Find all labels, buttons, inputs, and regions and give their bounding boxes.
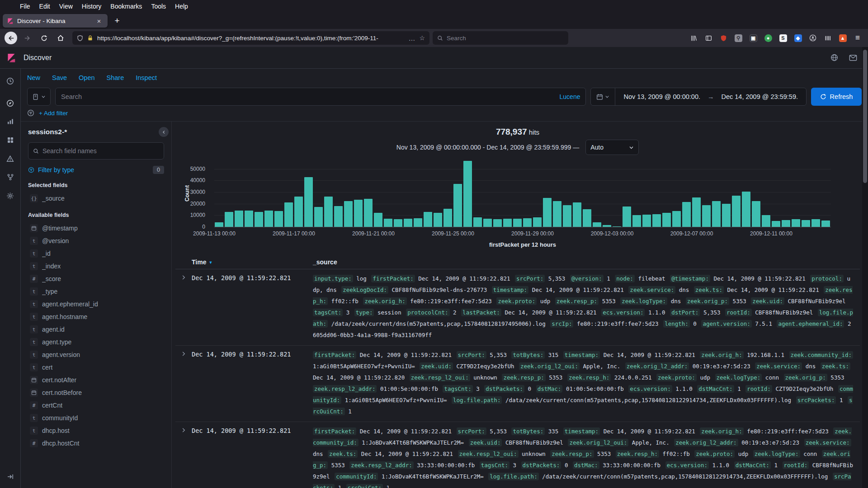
histogram-bar[interactable] (632, 215, 641, 227)
dashboard-icon[interactable] (4, 133, 17, 147)
library-icon[interactable] (689, 33, 698, 43)
histogram-bar[interactable] (583, 209, 591, 227)
histogram-bar[interactable] (414, 218, 422, 227)
field-search[interactable] (28, 142, 164, 160)
mail-icon[interactable] (849, 54, 857, 61)
histogram-bar[interactable] (603, 225, 611, 227)
histogram-bar[interactable] (384, 219, 392, 227)
histogram-bar[interactable] (692, 197, 701, 227)
histogram-bar[interactable] (712, 201, 721, 227)
page-scrollbar[interactable] (862, 47, 868, 488)
histogram-bar[interactable] (255, 212, 263, 227)
tab-close-icon[interactable]: × (94, 16, 104, 25)
menu-help[interactable]: Help (170, 1, 193, 11)
tracking-shield-icon[interactable] (77, 35, 83, 42)
histogram-bar[interactable] (493, 219, 502, 227)
histogram-bar[interactable] (463, 161, 472, 227)
nav-link-new[interactable]: New (27, 74, 40, 81)
browser-search[interactable] (433, 31, 568, 45)
histogram-bar[interactable] (453, 184, 462, 227)
histogram-bar[interactable] (662, 213, 671, 227)
histogram-bar[interactable] (245, 211, 253, 227)
field-item[interactable]: tdhcp.host (28, 424, 164, 437)
extension-orange-icon[interactable]: ▲ (838, 33, 848, 43)
saved-query-menu-button[interactable] (27, 88, 51, 106)
help-icon[interactable] (830, 54, 838, 61)
alerts-icon[interactable] (4, 152, 17, 165)
extension-puzzle-icon[interactable]: ⚲ (733, 33, 743, 43)
histogram-bar[interactable] (642, 215, 651, 227)
histogram-bar[interactable] (304, 177, 313, 227)
back-button[interactable] (5, 32, 17, 44)
time-range-start[interactable]: Nov 13, 2009 @ 00:00:00. (623, 93, 700, 100)
histogram-bar[interactable] (264, 211, 273, 227)
nav-link-share[interactable]: Share (107, 74, 124, 81)
sidebar-toggle-icon[interactable] (703, 33, 713, 43)
menu-view[interactable]: View (55, 1, 77, 11)
histogram-bar[interactable] (284, 202, 293, 227)
histogram-bar[interactable] (483, 219, 492, 227)
histogram-bar[interactable] (364, 199, 373, 227)
histogram-bar[interactable] (553, 201, 561, 227)
histogram-bar[interactable] (354, 200, 363, 227)
menu-tools[interactable]: Tools (146, 1, 170, 11)
recently-viewed-icon[interactable] (4, 74, 17, 88)
kibana-logo[interactable] (6, 53, 16, 63)
histogram-bar[interactable] (533, 217, 542, 227)
ublock-origin-icon[interactable] (718, 33, 728, 43)
histogram-bar[interactable] (404, 219, 412, 227)
histogram-bar[interactable] (593, 222, 601, 227)
management-icon[interactable] (4, 189, 17, 202)
menu-bookmarks[interactable]: Bookmarks (106, 1, 146, 11)
field-item[interactable]: t_id (28, 247, 164, 260)
field-item[interactable]: {}_source (28, 192, 164, 205)
extension-blue-icon[interactable]: ◆ (793, 33, 803, 43)
field-item[interactable]: tagent.version (28, 348, 164, 361)
histogram-bar[interactable] (821, 221, 830, 227)
histogram-bar[interactable] (324, 197, 333, 227)
nav-link-inspect[interactable]: Inspect (136, 74, 157, 81)
extension-bars-icon[interactable] (823, 33, 833, 43)
histogram-bar[interactable] (772, 221, 780, 227)
expand-row-icon[interactable] (175, 273, 192, 341)
nav-link-save[interactable]: Save (52, 74, 67, 81)
field-item[interactable]: tagent.ephemeral_id (28, 298, 164, 310)
field-item[interactable]: tcommunityId (28, 412, 164, 424)
menu-edit[interactable]: Edit (35, 1, 55, 11)
histogram-bar[interactable] (702, 205, 711, 227)
collapse-nav-icon[interactable] (4, 470, 17, 483)
forward-button[interactable] (20, 31, 34, 45)
home-button[interactable] (54, 31, 67, 45)
histogram-bar[interactable] (811, 219, 820, 227)
interval-select[interactable]: Auto (585, 140, 639, 155)
query-input[interactable] (61, 93, 555, 100)
browser-tab[interactable]: Discover - Kibana × (3, 14, 108, 28)
histogram-bar[interactable] (623, 206, 631, 227)
account-icon[interactable] (808, 33, 818, 43)
histogram-bar[interactable] (294, 197, 303, 227)
field-item[interactable]: tagent.type (28, 336, 164, 348)
field-item[interactable]: tagent.hostname (28, 310, 164, 323)
extension-dark-icon[interactable]: ▣ (748, 33, 758, 43)
extension-green-icon[interactable]: ● (763, 33, 773, 43)
field-item[interactable]: tcert (28, 361, 164, 374)
histogram-bar[interactable] (802, 220, 810, 227)
extension-s-icon[interactable]: S (778, 33, 788, 43)
histogram-bar[interactable] (762, 215, 770, 227)
histogram-bar[interactable] (613, 226, 621, 227)
histogram-bar[interactable] (473, 217, 482, 227)
histogram-bar[interactable] (722, 204, 731, 227)
histogram-bar[interactable] (274, 211, 283, 227)
field-item[interactable]: cert.notAfter (28, 374, 164, 386)
histogram-bar[interactable] (215, 222, 223, 227)
discover-icon[interactable] (4, 96, 17, 110)
field-item[interactable]: cert.notBefore (28, 386, 164, 399)
histogram-bar[interactable] (573, 202, 581, 227)
field-item[interactable]: @timestamp (28, 222, 164, 235)
histogram-bar[interactable] (434, 213, 442, 227)
date-quick-select-button[interactable] (591, 88, 615, 105)
field-item[interactable]: #dhcp.hostCnt (28, 437, 164, 450)
page-actions-icon[interactable]: … (408, 34, 415, 42)
histogram-bar[interactable] (523, 218, 532, 227)
field-item[interactable]: t_type (28, 285, 164, 298)
